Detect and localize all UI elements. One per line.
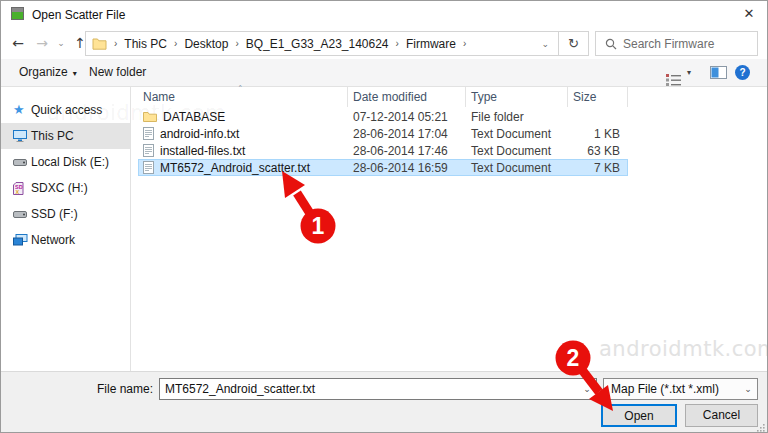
views-caret-icon[interactable]: ▾ — [687, 59, 691, 86]
sidebar-item-local-disk-e[interactable]: Local Disk (E:) — [1, 149, 130, 175]
file-name-label: File name: — [53, 382, 153, 396]
dialog-footer: File name: ⌄ Map File (*.txt *.xml) ⌄ Op… — [1, 371, 767, 433]
breadcrumb-firmware-folder[interactable]: BQ_E1_G33_A23_140624 — [246, 37, 389, 51]
help-icon[interactable]: ? — [735, 65, 750, 80]
folder-icon — [143, 111, 157, 123]
breadcrumb-separator[interactable]: › — [389, 38, 406, 49]
file-name-input[interactable] — [160, 382, 578, 396]
sidebar-item-sdxc-h[interactable]: SDX SDXC (H:) — [1, 175, 130, 201]
drive-icon — [13, 159, 31, 166]
column-header-name[interactable]: Name ˄ — [138, 87, 348, 107]
breadcrumb-firmware[interactable]: Firmware — [406, 37, 456, 51]
breadcrumb-separator: › — [107, 38, 124, 49]
file-date: 28-06-2014 16:59 — [348, 161, 466, 175]
organize-label: Organize — [19, 65, 68, 79]
file-size: 7 KB — [568, 161, 628, 175]
column-label: Type — [471, 90, 497, 104]
sidebar-item-label: Local Disk (E:) — [31, 155, 109, 169]
refresh-icon[interactable]: ↻ — [558, 32, 588, 55]
breadcrumb-separator[interactable]: › — [456, 38, 473, 49]
breadcrumb-desktop[interactable]: Desktop — [184, 37, 228, 51]
file-type: Text Document — [466, 161, 568, 175]
column-label: Size — [573, 90, 596, 104]
table-row-database[interactable]: DATABASE 07-12-2014 05:21 File folder — [138, 108, 628, 125]
resize-grip[interactable] — [756, 423, 765, 432]
sidebar-item-ssd-f[interactable]: SSD (F:) — [1, 201, 130, 227]
sort-ascending-icon: ˄ — [238, 84, 243, 94]
close-icon[interactable]: ✕ — [737, 4, 761, 24]
new-folder-button[interactable]: New folder — [89, 59, 146, 86]
column-header-date-modified[interactable]: Date modified — [348, 87, 466, 107]
file-type: Text Document — [466, 144, 568, 158]
open-scatter-file-dialog: Open Scatter File ✕ ← → ⌄ ↑ › This PC › … — [0, 0, 768, 433]
sidebar-item-label: SDXC (H:) — [31, 181, 88, 195]
breadcrumb-separator[interactable]: › — [228, 38, 245, 49]
file-type: File folder — [466, 110, 568, 124]
open-button[interactable]: Open — [601, 404, 677, 427]
back-icon[interactable]: ← — [7, 31, 29, 55]
cancel-button[interactable]: Cancel — [685, 404, 758, 427]
file-size: 1 KB — [568, 127, 628, 141]
file-date: 28-06-2014 17:04 — [348, 127, 466, 141]
caret-down-icon: ▾ — [73, 69, 77, 78]
network-icon — [13, 234, 31, 246]
file-name-combo: ⌄ — [159, 378, 597, 400]
address-bar[interactable]: › This PC › Desktop › BQ_E1_G33_A23_1406… — [85, 31, 589, 56]
file-type-value: Map File (*.txt *.xml) — [604, 382, 739, 396]
sidebar-item-label: This PC — [31, 129, 74, 143]
breadcrumb-separator[interactable]: › — [167, 38, 184, 49]
preview-pane-icon[interactable] — [710, 66, 727, 79]
file-type-dropdown-icon: ⌄ — [739, 384, 757, 394]
column-label: Date modified — [353, 90, 427, 104]
search-input[interactable] — [623, 37, 738, 51]
file-type-select[interactable]: Map File (*.txt *.xml) ⌄ — [603, 378, 758, 400]
window-title: Open Scatter File — [32, 8, 125, 22]
file-name: MT6572_Android_scatter.txt — [160, 161, 310, 175]
monitor-icon — [13, 130, 31, 142]
navigation-sidebar: ★ Quick access This PC Local Disk (E:) S… — [1, 87, 131, 371]
sidebar-item-label: SSD (F:) — [31, 207, 78, 221]
text-file-icon — [143, 144, 154, 157]
sidebar-item-label: Network — [31, 233, 75, 247]
file-type: Text Document — [466, 127, 568, 141]
table-row-android-info[interactable]: android-info.txt 28-06-2014 17:04 Text D… — [138, 125, 628, 142]
sidebar-item-quick-access[interactable]: ★ Quick access — [1, 97, 130, 123]
table-row-scatter-file-selected[interactable]: MT6572_Android_scatter.txt 28-06-2014 16… — [138, 159, 628, 176]
sd-card-icon: SDX — [13, 182, 31, 195]
text-file-icon — [143, 161, 154, 174]
command-toolbar: Organize▾ New folder ▾ ? — [1, 59, 767, 87]
address-row: ← → ⌄ ↑ › This PC › Desktop › BQ_E1_G33_… — [1, 27, 767, 59]
organize-button[interactable]: Organize▾ — [19, 59, 77, 86]
file-name: android-info.txt — [160, 127, 239, 141]
file-date: 07-12-2014 05:21 — [348, 110, 466, 124]
search-box[interactable] — [595, 31, 758, 56]
sidebar-item-label: Quick access — [31, 103, 102, 117]
text-file-icon — [143, 127, 154, 140]
file-name: installed-files.txt — [160, 144, 245, 158]
sidebar-item-this-pc[interactable]: This PC — [1, 123, 130, 149]
file-date: 28-06-2014 17:46 — [348, 144, 466, 158]
file-list: Name ˄ Date modified Type Size DATABASE … — [132, 87, 767, 371]
column-header-size[interactable]: Size — [568, 87, 628, 107]
sidebar-item-network[interactable]: Network — [1, 227, 130, 253]
search-icon — [605, 38, 617, 50]
column-header-type[interactable]: Type — [466, 87, 568, 107]
title-bar: Open Scatter File ✕ — [1, 1, 767, 27]
star-icon: ★ — [13, 104, 31, 116]
main-area: androidmtk.com androidmtk.com ★ Quick ac… — [1, 87, 767, 371]
forward-icon[interactable]: → — [31, 31, 53, 55]
new-folder-label: New folder — [89, 65, 146, 79]
file-rows: DATABASE 07-12-2014 05:21 File folder an… — [138, 108, 628, 176]
breadcrumb-this-pc[interactable]: This PC — [124, 37, 167, 51]
column-label: Name — [143, 90, 175, 104]
file-size: 63 KB — [568, 144, 628, 158]
drive-icon — [13, 211, 31, 218]
address-dropdown-icon[interactable]: ⌄ — [532, 39, 558, 49]
file-name: DATABASE — [163, 110, 225, 124]
file-name-dropdown-icon[interactable]: ⌄ — [578, 384, 596, 394]
app-icon — [11, 7, 24, 20]
recent-locations-icon[interactable]: ⌄ — [54, 31, 68, 55]
svg-text:X: X — [15, 188, 19, 194]
table-row-installed-files[interactable]: installed-files.txt 28-06-2014 17:46 Tex… — [138, 142, 628, 159]
column-headers: Name ˄ Date modified Type Size — [138, 87, 628, 107]
